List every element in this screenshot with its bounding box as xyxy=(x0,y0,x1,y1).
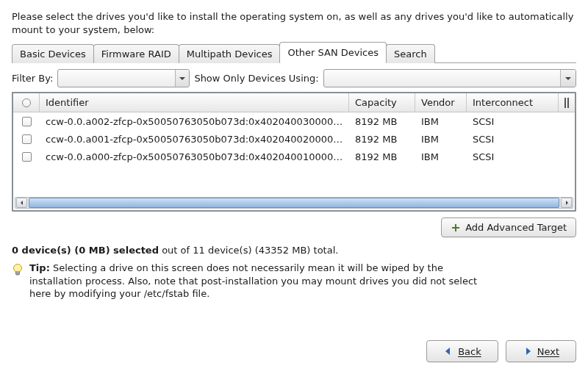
add-advanced-target-button[interactable]: Add Advanced Target xyxy=(441,217,576,237)
chevron-down-icon[interactable] xyxy=(560,70,576,87)
cell-capacity: 8192 MB xyxy=(349,116,415,127)
table-header-row: Identifier Capacity Vendor Interconnect xyxy=(13,93,575,112)
back-label: Back xyxy=(458,346,481,357)
cell-vendor: IBM xyxy=(415,134,467,145)
next-button[interactable]: Next xyxy=(506,340,576,362)
selection-summary-rest: out of 11 device(s) (43352 MB) total. xyxy=(159,245,338,256)
filter-by-input[interactable] xyxy=(58,70,174,87)
scroll-right-button[interactable] xyxy=(561,198,572,208)
cell-interconnect: SCSI xyxy=(467,134,559,145)
radio-icon xyxy=(22,98,31,107)
selection-summary: 0 device(s) (0 MB) selected out of 11 de… xyxy=(12,245,576,256)
table-row[interactable]: ccw-0.0.a001-zfcp-0x50050763050b073d:0x4… xyxy=(13,130,575,148)
svg-point-2 xyxy=(14,265,22,273)
svg-rect-3 xyxy=(16,272,20,274)
arrow-right-icon xyxy=(523,346,533,356)
selection-summary-bold: 0 device(s) (0 MB) selected xyxy=(12,245,159,256)
tip-label: Tip: xyxy=(29,262,50,273)
svg-rect-4 xyxy=(16,274,19,276)
header-vendor[interactable]: Vendor xyxy=(415,93,467,112)
cell-vendor: IBM xyxy=(415,151,467,162)
device-tabs: Basic DevicesFirmware RAIDMultipath Devi… xyxy=(12,41,576,63)
back-button[interactable]: Back xyxy=(426,340,498,362)
cell-interconnect: SCSI xyxy=(467,151,559,162)
scrollbar-thumb[interactable] xyxy=(29,198,559,208)
header-extra[interactable] xyxy=(559,93,575,112)
filter-bar: Filter By: Show Only Devices Using: xyxy=(12,69,576,87)
cell-identifier: ccw-0.0.a001-zfcp-0x50050763050b073d:0x4… xyxy=(40,134,349,145)
chevron-down-icon[interactable] xyxy=(175,70,190,87)
header-identifier[interactable]: Identifier xyxy=(40,93,349,112)
tab-basic-devices[interactable]: Basic Devices xyxy=(12,44,94,63)
table-row[interactable]: ccw-0.0.a002-zfcp-0x50050763050b073d:0x4… xyxy=(13,112,575,130)
device-table: Identifier Capacity Vendor Interconnect … xyxy=(12,92,576,212)
cell-identifier: ccw-0.0.a002-zfcp-0x50050763050b073d:0x4… xyxy=(40,116,349,127)
plus-icon xyxy=(451,223,461,233)
column-chooser-icon xyxy=(564,98,569,108)
arrow-left-icon xyxy=(443,346,453,356)
header-capacity[interactable]: Capacity xyxy=(349,93,415,112)
cell-identifier: ccw-0.0.a000-zfcp-0x50050763050b073d:0x4… xyxy=(40,151,349,162)
table-body: ccw-0.0.a002-zfcp-0x50050763050b073d:0x4… xyxy=(13,112,575,165)
scrollbar-track[interactable] xyxy=(29,198,559,208)
show-only-input[interactable] xyxy=(324,70,561,87)
tab-multipath-devices[interactable]: Multipath Devices xyxy=(179,44,281,63)
lightbulb-icon xyxy=(12,263,24,278)
cell-interconnect: SCSI xyxy=(467,116,559,127)
installer-storage-window: Please select the drives you'd like to i… xyxy=(0,0,588,374)
footer-buttons: Back Next xyxy=(426,340,576,362)
cell-capacity: 8192 MB xyxy=(349,134,415,145)
scroll-left-button[interactable] xyxy=(16,198,27,208)
header-interconnect[interactable]: Interconnect xyxy=(467,93,559,112)
show-only-label: Show Only Devices Using: xyxy=(194,73,318,84)
filter-by-combo[interactable] xyxy=(57,69,190,87)
tab-other-san-devices[interactable]: Other SAN Devices xyxy=(279,42,387,63)
horizontal-scrollbar[interactable] xyxy=(15,197,573,209)
cell-capacity: 8192 MB xyxy=(349,151,415,162)
table-row[interactable]: ccw-0.0.a000-zfcp-0x50050763050b073d:0x4… xyxy=(13,148,575,165)
tip-row: Tip: Selecting a drive on this screen do… xyxy=(12,262,482,301)
row-checkbox[interactable] xyxy=(22,134,32,144)
add-advanced-target-label: Add Advanced Target xyxy=(465,222,567,233)
header-select-all[interactable] xyxy=(13,93,40,112)
svg-rect-1 xyxy=(452,227,459,229)
row-checkbox[interactable] xyxy=(22,117,32,126)
next-label: Next xyxy=(537,346,559,357)
tab-search[interactable]: Search xyxy=(386,44,435,63)
show-only-combo[interactable] xyxy=(323,69,576,87)
tip-text: Tip: Selecting a drive on this screen do… xyxy=(29,262,482,301)
cell-vendor: IBM xyxy=(415,116,467,127)
tab-firmware-raid[interactable]: Firmware RAID xyxy=(93,44,179,63)
instruction-text: Please select the drives you'd like to i… xyxy=(12,10,576,36)
filter-by-label: Filter By: xyxy=(12,73,53,84)
row-checkbox[interactable] xyxy=(22,152,32,162)
add-target-row: Add Advanced Target xyxy=(12,217,576,237)
tip-body: Selecting a drive on this screen does no… xyxy=(29,262,477,299)
